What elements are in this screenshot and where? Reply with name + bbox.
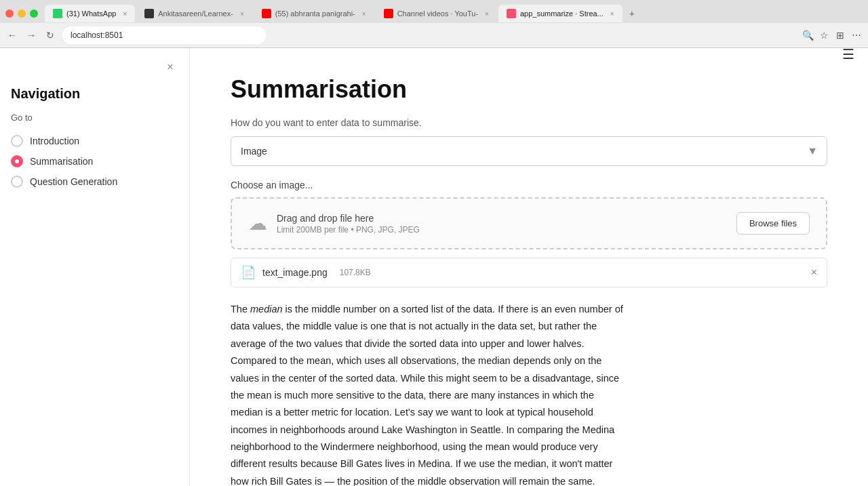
new-tab-button[interactable]: + xyxy=(624,4,640,23)
data-type-select[interactable]: Image Text PDF xyxy=(231,136,827,166)
dropzone-drag-text: Drag and drop file here xyxy=(277,213,420,224)
tab-label-whatsapp: (31) WhatsApp xyxy=(66,9,116,18)
tab-close-github[interactable]: × xyxy=(240,10,244,18)
tab-favicon-youtube2 xyxy=(384,9,393,18)
nav-radio-introduction xyxy=(11,135,23,147)
tab-github[interactable]: Ankitasareen/Learnex- × xyxy=(136,5,252,22)
body-paragraph-1: The median is the middle number on a sor… xyxy=(231,301,624,486)
sidebar: × Navigation Go to Introduction Summaris… xyxy=(0,48,190,486)
dropzone-left: ☁ Drag and drop file here Limit 200MB pe… xyxy=(248,212,420,235)
tab-favicon-youtube1 xyxy=(262,9,271,18)
tab-close-youtube1[interactable]: × xyxy=(362,10,366,18)
browser-chrome: (31) WhatsApp × Ankitasareen/Learnex- × … xyxy=(0,0,868,48)
file-item: 📄 text_image.png 107.8KB × xyxy=(231,258,827,287)
cloud-upload-icon: ☁ xyxy=(248,212,267,235)
traffic-light-minimize[interactable] xyxy=(18,9,26,18)
dropzone-limit-text: Limit 200MB per file • PNG, JPG, JPEG xyxy=(277,225,420,235)
nav-radio-question-generation xyxy=(11,176,23,188)
tab-favicon-github xyxy=(144,9,154,18)
browse-files-button[interactable]: Browse files xyxy=(736,212,810,235)
app-layout: × Navigation Go to Introduction Summaris… xyxy=(0,48,868,486)
forward-button[interactable]: → xyxy=(24,28,38,42)
tab-favicon-app xyxy=(507,9,516,18)
sidebar-goto-label: Go to xyxy=(11,113,178,123)
page-title: Summarisation xyxy=(231,75,827,104)
sidebar-item-summarisation[interactable]: Summarisation xyxy=(11,151,178,171)
dropzone[interactable]: ☁ Drag and drop file here Limit 200MB pe… xyxy=(231,197,827,249)
tab-label-youtube1: (55) abhranta panigrahi- xyxy=(275,9,355,18)
tab-label-github: Ankitasareen/Learnex- xyxy=(158,9,233,18)
traffic-light-fullscreen[interactable] xyxy=(30,9,38,18)
sidebar-title: Navigation xyxy=(11,86,178,102)
tab-label-youtube2: Channel videos · YouTu- xyxy=(397,9,478,18)
file-remove-button[interactable]: × xyxy=(811,266,817,279)
file-icon: 📄 xyxy=(241,265,256,280)
file-name: text_image.png xyxy=(262,267,328,278)
tab-youtube2[interactable]: Channel videos · YouTu- × xyxy=(376,5,497,22)
traffic-light-close[interactable] xyxy=(5,9,14,18)
hamburger-menu[interactable]: ☰ xyxy=(842,48,854,62)
zoom-icon[interactable]: 🔍 xyxy=(802,29,814,41)
tab-app[interactable]: app_summarize · Strea... × xyxy=(498,5,623,22)
nav-label-summarisation: Summarisation xyxy=(30,156,93,167)
dropzone-text-container: Drag and drop file here Limit 200MB per … xyxy=(277,213,420,235)
toolbar-icons: 🔍 ☆ ⊞ ⋯ xyxy=(802,29,863,41)
tab-whatsapp[interactable]: (31) WhatsApp × xyxy=(45,5,135,22)
tab-youtube1[interactable]: (55) abhranta panigrahi- × xyxy=(254,5,374,22)
settings-icon[interactable]: ⋯ xyxy=(850,29,863,41)
extensions-icon[interactable]: ⊞ xyxy=(834,29,846,41)
nav-label-question-generation: Question Generation xyxy=(30,176,117,187)
address-input[interactable] xyxy=(62,26,266,44)
text-content: The median is the middle number on a sor… xyxy=(231,301,624,486)
tab-close-youtube2[interactable]: × xyxy=(485,10,489,18)
tab-label-app: app_summarize · Strea... xyxy=(520,9,604,18)
question-label: How do you want to enter data to summari… xyxy=(231,117,827,128)
nav-radio-summarisation xyxy=(11,155,23,167)
back-button[interactable]: ← xyxy=(5,28,19,42)
nav-label-introduction: Introduction xyxy=(30,136,79,146)
sidebar-item-question-generation[interactable]: Question Generation xyxy=(11,171,178,192)
tab-bar: (31) WhatsApp × Ankitasareen/Learnex- × … xyxy=(0,0,868,23)
tab-close-app[interactable]: × xyxy=(610,10,614,18)
sidebar-item-introduction[interactable]: Introduction xyxy=(11,131,178,151)
traffic-lights xyxy=(5,9,38,18)
sidebar-close-button[interactable]: × xyxy=(162,59,178,75)
address-bar: ← → ↻ 🔍 ☆ ⊞ ⋯ xyxy=(0,23,868,47)
choose-label: Choose an image... xyxy=(231,180,827,190)
star-icon[interactable]: ☆ xyxy=(818,29,830,41)
tab-favicon-whatsapp xyxy=(53,9,62,18)
data-type-select-container: Image Text PDF ▼ xyxy=(231,136,827,166)
file-size: 107.8KB xyxy=(340,268,371,277)
tab-close-whatsapp[interactable]: × xyxy=(123,10,127,18)
reload-button[interactable]: ↻ xyxy=(43,28,57,42)
main-content: ☰ Summarisation How do you want to enter… xyxy=(190,48,868,486)
